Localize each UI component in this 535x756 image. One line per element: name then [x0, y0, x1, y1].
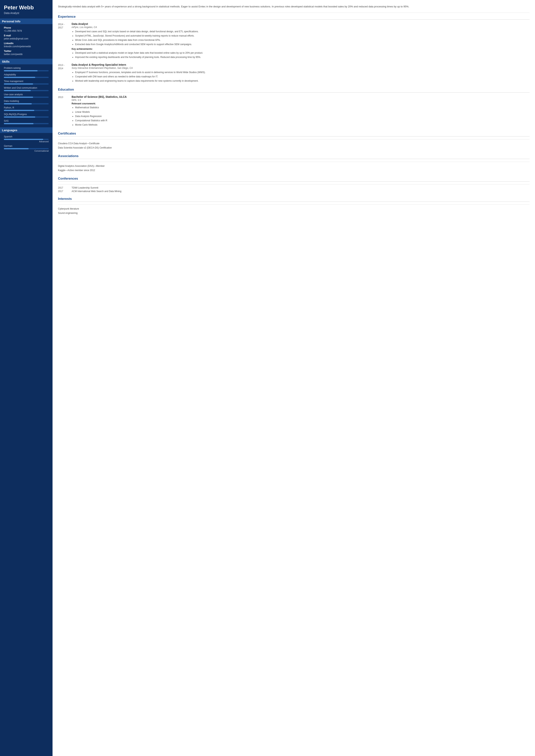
- certificates-section: Certificates Cloudera CCA Data Analyst—C…: [58, 132, 529, 150]
- experience-bullet: Wrote Cron Jobs and SQL procedures to in…: [75, 38, 529, 42]
- experience-org: Sony Interactive Entertainment PlayStati…: [71, 67, 529, 69]
- education-heading: Education: [58, 88, 529, 93]
- conference-year: 2017: [58, 186, 71, 189]
- skill-bar-background: [4, 117, 49, 118]
- conference-name: ACM International Web Search and Data Mi…: [71, 190, 122, 193]
- experience-section: Experience 2014 - 2017Data AnalystmPyre,…: [58, 15, 529, 84]
- experience-bullet: Scripted (HTML, JavaScript, Stored Proce…: [75, 34, 529, 38]
- contact-item: E-mailpeter.webb@gmail.com: [4, 34, 49, 40]
- skill-item: Time management: [4, 80, 49, 85]
- skill-name: Data modeling: [4, 100, 49, 102]
- interests-list: Cyberpunk literatureSound engineering: [58, 207, 529, 215]
- skill-bar-fill: [4, 90, 31, 91]
- experience-content: Data AnalystmPyre, Los Angeles, CADevelo…: [71, 22, 529, 60]
- achievements-list: Developed and built a statistical analys…: [71, 51, 529, 59]
- skill-item: Written and Oral communication: [4, 87, 49, 91]
- language-level-label: Advanced: [4, 140, 49, 143]
- coursework-item: Monte Carlo Methods: [75, 123, 529, 127]
- experience-org: mPyre, Los Angeles, CA: [71, 26, 529, 29]
- skill-name: SAS: [4, 120, 49, 122]
- experience-bullet: Employed IT business functions, processe…: [75, 70, 529, 74]
- associations-list: Digital Analytics Association (DAA)—Memb…: [58, 164, 529, 173]
- conferences-section: Conferences 2017TDWI Leadership Summit20…: [58, 177, 529, 193]
- language-name: Spanish: [4, 135, 49, 138]
- achievements-label: Key achievements:: [71, 48, 529, 50]
- experience-bullet: Extracted data from Google Analytics/AdW…: [75, 42, 529, 46]
- education-degree: Bachelor of Science (BS), Statistics, UL…: [71, 95, 529, 98]
- language-bar-background: [4, 139, 49, 140]
- contact-label: LinkedIn: [4, 42, 49, 45]
- skill-bar-background: [4, 90, 49, 91]
- education-year: 2013: [58, 95, 71, 127]
- experience-title: Data Analyst & Reporting Specialist Inte…: [71, 63, 529, 66]
- conference-entry: 2017ACM International Web Search and Dat…: [58, 190, 529, 193]
- coursework-item: Computational Statistics with R: [75, 119, 529, 122]
- interest-item: Cyberpunk literature: [58, 207, 529, 211]
- summary-text: Strategically-minded data analyst with 5…: [58, 5, 529, 9]
- contact-item: Phone+1-299-456-7878: [4, 26, 49, 32]
- contact-label: E-mail: [4, 34, 49, 37]
- experience-title: Data Analyst: [71, 22, 529, 25]
- skill-bar-fill: [4, 83, 33, 85]
- language-item: SpanishAdvanced: [4, 135, 49, 143]
- experience-entry: 2014 - 2017Data AnalystmPyre, Los Angele…: [58, 22, 529, 60]
- language-bar-fill: [4, 148, 29, 149]
- experience-year: 2013 - 2014: [58, 63, 71, 84]
- skill-bar-fill: [4, 110, 34, 111]
- experience-bullet: Worked with leadership and engineering t…: [75, 79, 529, 83]
- personal-info-heading: Personal Info: [0, 18, 52, 24]
- language-bar-background: [4, 148, 49, 149]
- conference-entry: 2017TDWI Leadership Summit: [58, 186, 529, 189]
- contact-value: twitter.com/pwebb: [4, 53, 49, 56]
- skill-item: SAS: [4, 120, 49, 124]
- skill-item: Data modeling: [4, 100, 49, 104]
- skill-item: Use-case analysis: [4, 93, 49, 98]
- skill-bar-background: [4, 96, 49, 98]
- education-content: Bachelor of Science (BS), Statistics, UL…: [71, 95, 529, 127]
- contact-value: +1-299-456-7878: [4, 30, 49, 32]
- skill-bar-fill: [4, 103, 32, 104]
- skill-name: SQL/MySQL/Postgres: [4, 113, 49, 116]
- skill-item: Python, R: [4, 106, 49, 111]
- education-section: Education 2013Bachelor of Science (BS), …: [58, 88, 529, 127]
- certificate-item: Data Scientist Associate v2 (DECA-DS) Ce…: [58, 146, 529, 150]
- language-bar-fill: [4, 139, 43, 140]
- sidebar: Peter Webb Data Analyst Personal Info Ph…: [0, 0, 52, 756]
- candidate-name: Peter Webb: [4, 5, 49, 11]
- contact-list: Phone+1-299-456-7878E-mailpeter.webb@gma…: [4, 26, 49, 56]
- skill-name: Adaptability: [4, 73, 49, 76]
- skill-name: Python, R: [4, 106, 49, 109]
- experience-heading: Experience: [58, 15, 529, 20]
- experience-year: 2014 - 2017: [58, 22, 71, 60]
- skill-name: Use-case analysis: [4, 93, 49, 96]
- skill-bar-background: [4, 70, 49, 71]
- skill-bar-background: [4, 123, 49, 124]
- languages-heading: Languages: [0, 127, 52, 133]
- coursework-label: Relevant coursework:: [71, 102, 529, 105]
- skill-bar-fill: [4, 70, 38, 71]
- skills-heading: Skills: [0, 59, 52, 64]
- skill-item: Adaptability: [4, 73, 49, 78]
- contact-label: Twitter: [4, 50, 49, 52]
- coursework-item: Mathematical Statistics: [75, 106, 529, 109]
- skill-name: Problem-solving: [4, 67, 49, 69]
- skill-bar-background: [4, 103, 49, 104]
- skill-bar-background: [4, 110, 49, 111]
- conference-year: 2017: [58, 190, 71, 193]
- conference-name: TDWI Leadership Summit: [71, 186, 98, 189]
- education-gpa: GPA: 3.9: [71, 99, 529, 101]
- achievement-bullet: Developed and built a statistical analys…: [75, 51, 529, 55]
- skill-bar-fill: [4, 77, 35, 78]
- experience-content: Data Analyst & Reporting Specialist Inte…: [71, 63, 529, 84]
- skill-bar-fill: [4, 117, 35, 118]
- skill-bar-fill: [4, 96, 33, 98]
- associations-heading: Associations: [58, 154, 529, 159]
- association-item: Kaggle—Active member since 2012: [58, 168, 529, 173]
- skill-name: Written and Oral communication: [4, 87, 49, 89]
- conferences-list: 2017TDWI Leadership Summit2017ACM Intern…: [58, 186, 529, 193]
- interest-item: Sound engineering: [58, 211, 529, 215]
- contact-value: peter.webb@gmail.com: [4, 37, 49, 40]
- certificate-item: Cloudera CCA Data Analyst—Certificate: [58, 141, 529, 146]
- skill-item: SQL/MySQL/Postgres: [4, 113, 49, 118]
- skill-name: Time management: [4, 80, 49, 83]
